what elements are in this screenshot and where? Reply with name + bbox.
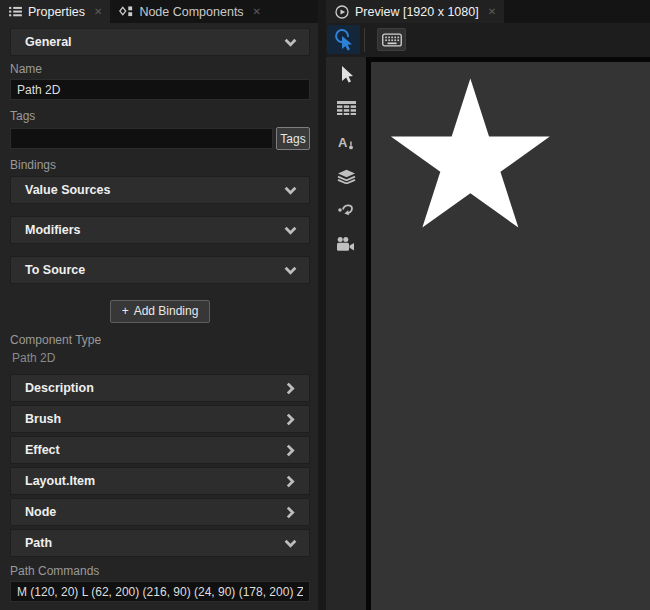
plus-icon: + bbox=[122, 304, 129, 318]
play-icon bbox=[335, 5, 349, 19]
chevron-right-icon bbox=[284, 384, 297, 393]
close-icon[interactable]: ✕ bbox=[94, 7, 102, 17]
tab-label: Preview [1920 x 1080] bbox=[355, 5, 479, 19]
node-components-icon bbox=[119, 6, 133, 17]
tab-properties[interactable]: Properties ✕ bbox=[0, 0, 110, 23]
panel-splitter[interactable] bbox=[318, 0, 326, 610]
preview-tabbar: Preview [1920 x 1080] ✕ bbox=[326, 0, 650, 23]
select-arrow-icon bbox=[339, 65, 354, 84]
star-shape bbox=[391, 79, 550, 228]
chevron-down-icon bbox=[284, 539, 297, 548]
section-header-brush[interactable]: Brush bbox=[10, 405, 310, 433]
component-type-value: Path 2D bbox=[10, 351, 310, 365]
bindings-label: Bindings bbox=[10, 158, 310, 172]
tab-preview[interactable]: Preview [1920 x 1080] ✕ bbox=[326, 0, 504, 23]
text-tool-button[interactable]: A bbox=[326, 125, 366, 159]
interact-cursor-icon bbox=[334, 28, 354, 52]
keyboard-icon bbox=[382, 33, 402, 47]
svg-text:A: A bbox=[338, 135, 348, 150]
section-header-value-sources[interactable]: Value Sources bbox=[10, 176, 310, 204]
close-icon[interactable]: ✕ bbox=[488, 7, 496, 17]
preview-panel: Preview [1920 x 1080] ✕ bbox=[326, 0, 650, 610]
select-tool-button[interactable] bbox=[326, 57, 366, 91]
tab-label: Node Components bbox=[139, 5, 243, 19]
chevron-right-icon bbox=[284, 446, 297, 455]
properties-panel: Properties ✕ Node Components ✕ General bbox=[0, 0, 318, 610]
section-header-to-source[interactable]: To Source bbox=[10, 256, 310, 284]
chevron-right-icon bbox=[284, 477, 297, 486]
section-header-effect[interactable]: Effect bbox=[10, 436, 310, 464]
name-input[interactable] bbox=[10, 79, 310, 100]
component-type-label: Component Type bbox=[10, 333, 310, 347]
tags-input[interactable] bbox=[10, 128, 273, 149]
chevron-down-icon bbox=[284, 226, 297, 235]
camera-tool-button[interactable] bbox=[326, 227, 366, 261]
preview-canvas[interactable] bbox=[366, 57, 650, 610]
section-header-node[interactable]: Node bbox=[10, 498, 310, 526]
grid-table-icon bbox=[337, 101, 356, 115]
section-header-path[interactable]: Path bbox=[10, 529, 310, 557]
add-binding-label: Add Binding bbox=[134, 304, 199, 318]
preview-tool-strip: A bbox=[326, 57, 366, 610]
close-icon[interactable]: ✕ bbox=[253, 7, 261, 17]
path-tool-button[interactable] bbox=[326, 193, 366, 227]
section-header-general[interactable]: General bbox=[10, 28, 310, 56]
text-anchor-icon: A bbox=[338, 134, 355, 150]
chevron-down-icon bbox=[284, 266, 297, 275]
chevron-down-icon bbox=[284, 186, 297, 195]
layers-tool-button[interactable] bbox=[326, 159, 366, 193]
name-label: Name bbox=[10, 62, 310, 76]
chevron-down-icon bbox=[284, 38, 297, 47]
tab-label: Properties bbox=[28, 5, 85, 19]
interact-cursor-tool-button[interactable] bbox=[327, 25, 360, 54]
chevron-right-icon bbox=[284, 415, 297, 424]
preview-toolbar bbox=[326, 23, 650, 57]
toolbar-divider bbox=[364, 28, 365, 52]
layers-icon bbox=[337, 169, 356, 184]
preview-body: A bbox=[326, 57, 650, 610]
app-window: Properties ✕ Node Components ✕ General bbox=[0, 0, 650, 610]
path-commands-label: Path Commands bbox=[10, 564, 310, 578]
grid-tool-button[interactable] bbox=[326, 91, 366, 125]
virtual-keyboard-button[interactable] bbox=[377, 28, 406, 51]
properties-content: General Name Tags Tags Bindings Value So… bbox=[0, 23, 318, 610]
add-binding-button[interactable]: +Add Binding bbox=[110, 300, 211, 323]
path-curve-icon bbox=[338, 203, 354, 218]
list-icon bbox=[9, 6, 22, 17]
section-header-layout-item[interactable]: Layout.Item bbox=[10, 467, 310, 495]
camera-icon bbox=[337, 237, 355, 251]
tags-button[interactable]: Tags bbox=[276, 127, 310, 150]
tab-node-components[interactable]: Node Components ✕ bbox=[110, 0, 269, 23]
path-commands-input[interactable] bbox=[10, 581, 310, 602]
left-tabbar: Properties ✕ Node Components ✕ bbox=[0, 0, 318, 23]
chevron-right-icon bbox=[284, 508, 297, 517]
section-header-modifiers[interactable]: Modifiers bbox=[10, 216, 310, 244]
tags-label: Tags bbox=[10, 109, 310, 123]
section-header-description[interactable]: Description bbox=[10, 374, 310, 402]
